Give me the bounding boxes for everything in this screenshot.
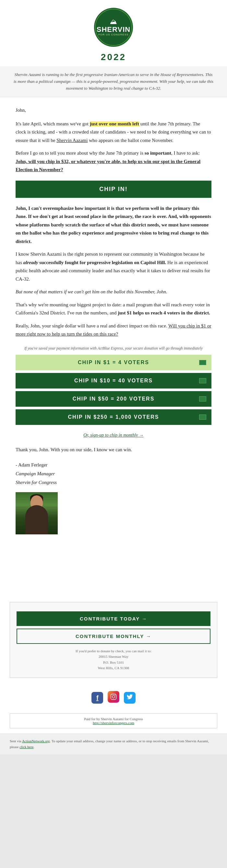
disclaimer-pre: Sent via <box>10 739 22 743</box>
header: ⛰ SHERVIN FOR US CONGRESS 2022 <box>0 0 227 66</box>
footer-disclaimer: Sent via ActionNetwork.org. To update yo… <box>0 734 227 754</box>
photo-silhouette <box>15 492 58 534</box>
para6-bold: just $1 helps us reach 4 voters in the d… <box>118 310 210 315</box>
para4-bold: successfully fought for progressive legi… <box>39 260 166 265</box>
twitter-icon[interactable] <box>124 692 136 704</box>
facebook-icon[interactable]: f <box>91 692 103 704</box>
donation-btn-50[interactable]: CHIP IN $50 = 200 VOTERS <box>15 391 212 407</box>
mail-label: If you'd prefer to donate by check, you … <box>76 649 151 653</box>
mail-line1: 20015 Sherman Way <box>99 655 128 658</box>
footer-cta-box: CONTRIBUTE TODAY → CONTRIBUTE MONTHLY → … <box>10 602 217 678</box>
signature-title: Campaign Manager <box>15 469 212 478</box>
donation-btn-10-label: CHIP IN $10 = 40 VOTERS <box>74 378 153 383</box>
para2-bold2: John, will you chip in $32, or whatever … <box>15 159 200 173</box>
intro-text: Shervin Aazami is running to be the firs… <box>13 72 213 91</box>
donation-btn-10[interactable]: CHIP IN $10 = 40 VOTERS <box>15 373 212 389</box>
donation-note: If you've saved your payment information… <box>15 345 212 351</box>
campaign-logo: ⛰ SHERVIN FOR US CONGRESS <box>94 8 133 47</box>
twitter-svg <box>126 693 133 700</box>
logo-name: SHERVIN <box>97 26 130 33</box>
photo-body <box>25 505 48 534</box>
actblue-icon-2 <box>199 378 206 383</box>
monthly-chip-link[interactable]: Or, sign-up to chip in monthly → <box>15 431 212 439</box>
para4: I know Shervin Aazami is the right perso… <box>15 250 212 283</box>
disclaimer-end: . <box>33 745 34 749</box>
mountain-icon: ⛰ <box>110 18 117 25</box>
para1: It's late April, which means we've got j… <box>15 120 212 145</box>
signature-name: - Adam Ferleger <box>15 461 212 469</box>
para3: John, I can't overemphasize how importan… <box>15 204 212 246</box>
donation-btn-250[interactable]: CHIP IN $250 = 1,000 VOTERS <box>15 409 212 425</box>
campaign-manager-photo <box>15 492 58 534</box>
para1-name-link: Shervin Aazami <box>56 138 87 143</box>
action-network-link[interactable]: ActionNetwork.org <box>22 739 50 743</box>
social-row: f <box>0 684 227 710</box>
instagram-icon[interactable] <box>108 691 119 703</box>
svg-rect-0 <box>111 694 116 700</box>
contribute-monthly-button[interactable]: CONTRIBUTE MONTHLY → <box>16 628 211 644</box>
donation-btn-1-label: CHIP IN $1 = 4 VOTERS <box>78 360 149 365</box>
para1-end: who appears on the ballot come November. <box>87 138 173 143</box>
mail-line3: West Hills, CA 91308 <box>98 666 129 670</box>
spacer-1 <box>15 541 212 567</box>
paid-for-box: Paid for by Shervin Aazami for Congress … <box>10 713 217 728</box>
actblue-icon-3 <box>199 396 206 402</box>
donation-btn-250-label: CHIP IN $250 = 1,000 VOTERS <box>68 414 159 420</box>
main-content: John, It's late April, which means we've… <box>0 97 227 601</box>
svg-point-1 <box>112 695 115 698</box>
svg-point-2 <box>115 695 115 695</box>
para6: That's why we're mounting our biggest pr… <box>15 301 212 317</box>
para2-pre: Before I go on to tell you more about wh… <box>15 150 145 156</box>
para1-highlight: just over one month left <box>90 121 139 126</box>
signature-org: Shervin for Congress <box>15 478 212 487</box>
actblue-icon-1 <box>199 360 206 365</box>
para1-pre: It's late April, which means we've got <box>15 121 90 126</box>
para7: Really, John, your single dollar will ha… <box>15 322 212 339</box>
donation-btn-1[interactable]: CHIP IN $1 = 4 VOTERS <box>15 355 212 370</box>
donation-section: If you've saved your payment information… <box>15 345 212 425</box>
para2-bold: so important <box>145 150 171 156</box>
spacer-2 <box>15 567 212 593</box>
logo-tagline: FOR US CONGRESS <box>98 33 128 36</box>
paid-for-text: Paid for by Shervin Aazami for Congress <box>84 717 143 721</box>
para5: But none of that matters if we can't get… <box>15 288 212 296</box>
unsubscribe-link[interactable]: click here <box>20 745 33 749</box>
salutation: John, <box>15 106 212 115</box>
campaign-year: 2022 <box>6 52 221 62</box>
intro-banner: Shervin Aazami is running to be the firs… <box>0 66 227 97</box>
mail-address: If you'd prefer to donate by check, you … <box>16 648 211 671</box>
contribute-today-button[interactable]: CONTRIBUTE TODAY → <box>16 611 211 626</box>
para2: Before I go on to tell you more about wh… <box>15 149 212 174</box>
para7-pre: Really, John, your single dollar will ha… <box>15 323 168 329</box>
mail-line2: P.O. Box 5101 <box>103 660 124 664</box>
para4-already: already <box>23 260 38 265</box>
instagram-svg <box>110 693 117 700</box>
closing-para: Thank you, John. With you on our side, I… <box>15 446 212 454</box>
email-wrapper: ⛰ SHERVIN FOR US CONGRESS 2022 Shervin A… <box>0 0 227 754</box>
logo-inner: ⛰ SHERVIN FOR US CONGRESS <box>94 8 133 47</box>
donation-btn-50-label: CHIP IN $50 = 200 VOTERS <box>73 396 155 402</box>
chip-in-button[interactable]: CHIP IN! <box>15 181 212 198</box>
actblue-icon-4 <box>199 414 206 420</box>
signature: - Adam Ferleger Campaign Manager Shervin… <box>15 461 212 487</box>
para2-mid: , I have to ask: <box>171 150 200 156</box>
paid-for-link[interactable]: http://shervinforcongers.com <box>93 721 134 725</box>
